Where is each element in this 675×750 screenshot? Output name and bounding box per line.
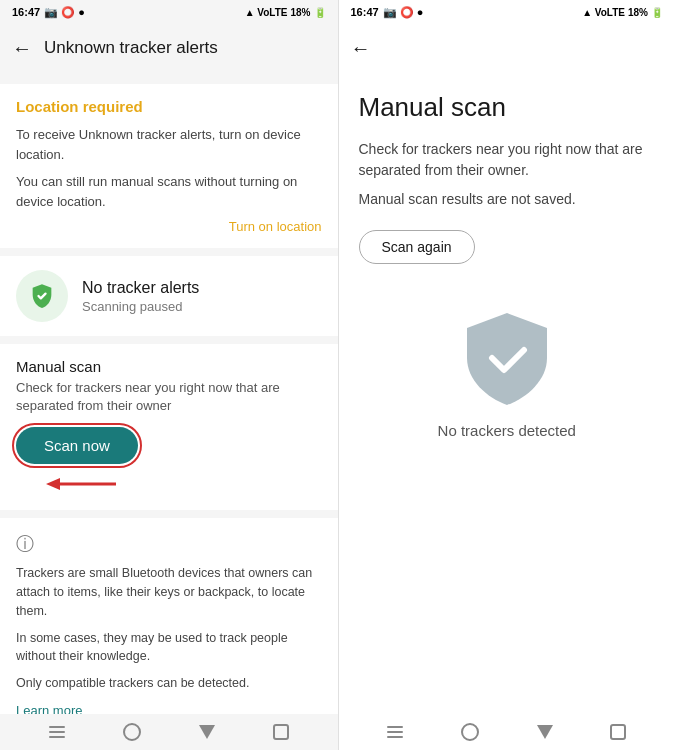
right-content: Manual scan Check for trackers near you … [339, 72, 676, 714]
nav-back-icon[interactable] [199, 725, 215, 739]
notification-icons-left: 📷 ⭕ ● [44, 6, 85, 19]
location-text-2: You can still run manual scans without t… [16, 172, 322, 211]
right-manual-scan-title: Manual scan [359, 92, 656, 123]
status-bar-right: 16:47 📷 ⭕ ● ▲ VoLTE 18% 🔋 [339, 0, 676, 24]
battery-icon-right: 🔋 [651, 7, 663, 18]
scanning-paused-text: Scanning paused [82, 299, 199, 314]
no-tracker-visual: No trackers detected [359, 308, 656, 439]
right-info-2: Manual scan results are not saved. [359, 189, 656, 210]
signal-right: ▲ VoLTE [582, 7, 625, 18]
notification-icons-right: 📷 ⭕ ● [383, 6, 424, 19]
time-left: 16:47 [12, 6, 40, 18]
nav-back-icon-right[interactable] [537, 725, 553, 739]
right-header: ← [339, 24, 676, 72]
manual-scan-title: Manual scan [16, 358, 322, 375]
nav-recents-icon[interactable] [273, 724, 289, 740]
right-info-1: Check for trackers near you right now th… [359, 139, 656, 181]
back-button-left[interactable]: ← [12, 37, 32, 60]
right-nav-bar [339, 714, 676, 750]
info-section: ⓘ Trackers are small Bluetooth devices t… [0, 518, 338, 714]
scan-again-button[interactable]: Scan again [359, 230, 475, 264]
left-header: ← Unknown tracker alerts [0, 24, 338, 72]
turn-on-location-button[interactable]: Turn on location [16, 219, 322, 234]
nav-home-icon[interactable] [123, 723, 141, 741]
scan-now-wrapper: Scan now [16, 427, 138, 464]
manual-scan-section: Manual scan Check for trackers near you … [0, 344, 338, 510]
tracker-status-card: No tracker alerts Scanning paused [0, 256, 338, 336]
scan-now-button[interactable]: Scan now [16, 427, 138, 464]
location-required-title: Location required [16, 98, 322, 115]
tracker-status-text: No tracker alerts Scanning paused [82, 279, 199, 314]
nav-home-icon-right[interactable] [461, 723, 479, 741]
time-right: 16:47 [351, 6, 379, 18]
nav-menu-icon-right[interactable] [387, 726, 403, 738]
learn-more-link[interactable]: Learn more [16, 703, 82, 714]
back-button-right[interactable]: ← [351, 37, 371, 60]
left-panel: 16:47 📷 ⭕ ● ▲ VoLTE 18% 🔋 ← Unknown trac… [0, 0, 338, 750]
no-tracker-alerts-heading: No tracker alerts [82, 279, 199, 297]
left-content: Location required To receive Unknown tra… [0, 72, 338, 714]
signal-left: ▲ VoLTE [245, 7, 288, 18]
location-card: Location required To receive Unknown tra… [0, 84, 338, 248]
shield-green-icon [16, 270, 68, 322]
nav-recents-icon-right[interactable] [610, 724, 626, 740]
battery-left: 18% [290, 7, 310, 18]
info-text-3: Only compatible trackers can be detected… [16, 674, 322, 693]
page-title-left: Unknown tracker alerts [44, 38, 218, 58]
red-arrow-container [46, 472, 322, 496]
status-bar-left: 16:47 📷 ⭕ ● ▲ VoLTE 18% 🔋 [0, 0, 338, 24]
red-arrow-icon [46, 472, 126, 496]
info-text-2: In some cases, they may be used to track… [16, 629, 322, 667]
battery-right: 18% [628, 7, 648, 18]
shield-check-icon [28, 282, 56, 310]
info-icon: ⓘ [16, 532, 322, 556]
right-panel: 16:47 📷 ⭕ ● ▲ VoLTE 18% 🔋 ← Manual scan … [338, 0, 676, 750]
info-text-1: Trackers are small Bluetooth devices tha… [16, 564, 322, 620]
location-text-1: To receive Unknown tracker alerts, turn … [16, 125, 322, 164]
battery-icon-left: 🔋 [314, 7, 326, 18]
shield-grey-icon [462, 308, 552, 408]
left-nav-bar [0, 714, 338, 750]
manual-scan-desc: Check for trackers near you right now th… [16, 379, 322, 415]
no-trackers-detected-label: No trackers detected [438, 422, 576, 439]
svg-marker-1 [46, 478, 60, 490]
nav-menu-icon[interactable] [49, 726, 65, 738]
